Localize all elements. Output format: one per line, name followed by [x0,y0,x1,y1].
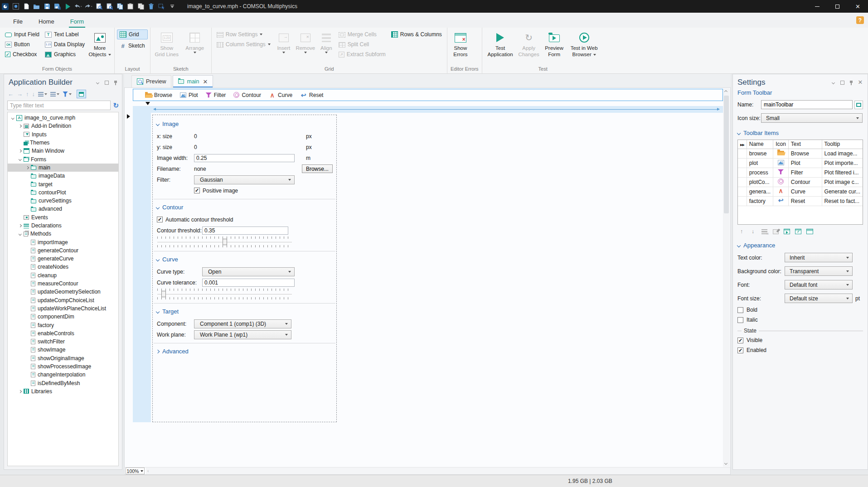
tree-item-cleanup[interactable]: cleanup [8,271,118,280]
ribbon-more-objects[interactable]: More Objects [87,29,112,58]
panel-collapse-icon[interactable] [95,80,100,85]
show-in-editor-toggle[interactable] [77,90,86,98]
ribbon-sketch-toggle[interactable]: Sketch [117,41,148,51]
section-image-header[interactable]: Image [153,119,336,130]
tree-expander-icon[interactable] [17,233,24,235]
menu-home[interactable]: Home [37,15,56,28]
form-toolbar-browse[interactable]: Browse [145,92,172,98]
contour-threshold-slider[interactable] [157,236,292,247]
panel-float-icon[interactable] [839,80,845,85]
tree-item-updateWorkPlaneChoiceList[interactable]: updateWorkPlaneChoiceList [8,304,118,313]
tree-item-updateGeometrySelection[interactable]: updateGeometrySelection [8,288,118,296]
background-color-dropdown[interactable]: Transparent [785,266,853,276]
grid-column-band[interactable] [133,106,723,113]
ribbon-data-display[interactable]: Data Display [42,39,87,49]
ribbon-test-in-web-browser[interactable]: Test in Web Browser [567,29,601,58]
enabled-checkbox[interactable] [737,347,743,353]
tree-item-Themes[interactable]: Themes [8,139,118,147]
delete-item-icon[interactable] [760,228,768,235]
tree-item-Add-in Definition[interactable]: Add-in Definition [8,122,118,130]
tree-expander-icon[interactable] [24,167,31,169]
close-button[interactable]: ✕ [848,0,868,13]
section-target-header[interactable]: Target [153,306,336,318]
filter-text-input[interactable] [7,101,111,110]
filter-icon[interactable] [62,90,73,98]
help-icon[interactable]: ? [856,16,864,24]
ribbon-rows-and-columns[interactable]: Rows & Columns [388,29,445,39]
copy-icon[interactable] [115,1,125,11]
tree-item-Methods[interactable]: Methods [8,230,118,238]
component-dropdown[interactable]: Component 1 (comp1) (3D) [194,319,291,328]
text-color-dropdown[interactable]: Inherit [785,253,853,262]
select-region-icon[interactable] [156,1,167,11]
tree-item-switchFilter[interactable]: switchFilter [8,338,118,346]
tree-expander-icon[interactable] [17,125,24,127]
vertical-scrollbar[interactable] [723,88,730,467]
form-canvas[interactable]: Browse Plot Filter Contour Curve Reset I… [124,88,731,467]
name-column-header[interactable]: Name [747,140,773,149]
scroll-down-icon[interactable] [724,462,727,465]
filter-dropdown[interactable]: Gaussian [194,175,295,184]
ribbon-preview-form[interactable]: Preview Form [542,29,567,58]
minimize-button[interactable] [807,0,827,13]
tree-item-Events[interactable]: Events [8,213,118,222]
tree-item-measureContour[interactable]: measureContour [8,280,118,288]
delete-icon[interactable] [146,1,156,11]
form-toolbar-curve[interactable]: Curve [269,92,292,98]
tree-item-updateCompChoiceList[interactable]: updateCompChoiceList [8,296,118,304]
icon-size-dropdown[interactable]: Small [761,113,863,123]
menu-form[interactable]: Form [69,15,85,28]
tree-item-componentDim[interactable]: componentDim [8,313,118,321]
scroll-left-icon[interactable]: ‹ [147,468,149,473]
move-up-icon[interactable]: ↑ [737,228,746,235]
tree-item-generateContour[interactable]: generateContour [8,246,118,255]
font-dropdown[interactable]: Default font [785,280,853,289]
grid-margin-column[interactable] [133,106,151,422]
expand-all-icon[interactable] [37,90,48,98]
form-toolbar-selection[interactable]: Browse Plot Filter Contour Curve Reset [133,89,723,101]
name-input[interactable] [761,100,853,109]
italic-checkbox[interactable] [737,317,743,323]
contour-threshold-input[interactable] [202,227,288,235]
add-toolbar-button-icon[interactable] [783,228,791,235]
horizontal-scrollbar[interactable]: ‹ [146,468,730,474]
form-toolbar-reset[interactable]: Reset [300,92,323,98]
panel-pin-icon[interactable] [113,80,118,85]
image-width-input[interactable] [194,154,295,162]
curve-tolerance-slider[interactable] [157,289,292,299]
appearance-header[interactable]: Appearance [737,242,863,249]
ribbon-grid-toggle[interactable]: Grid [117,29,148,39]
preview-selection-icon[interactable] [94,1,104,11]
icon-column-header[interactable]: Icon [773,140,789,149]
tree-item-showImage[interactable]: showImage [8,346,118,354]
column-marker-icon[interactable] [145,102,150,105]
tree-item-contourPlot[interactable]: contourPlot [8,188,118,197]
zoom-control[interactable]: 100% [126,468,145,474]
work-plane-dropdown[interactable]: Work Plane 1 (wp1) [194,330,291,339]
form-toolbar-plot[interactable]: Plot [180,92,198,98]
tree-expander-icon[interactable] [17,158,24,160]
preview-all-icon[interactable] [104,1,115,11]
redo-icon[interactable] [83,1,94,11]
move-up-icon[interactable]: ↑ [25,90,30,98]
close-tab-icon[interactable]: ✕ [203,78,208,85]
forward-arrow-icon[interactable]: → [16,90,24,98]
add-toggle-item-icon[interactable] [794,228,802,235]
curve-tolerance-slider-handle[interactable] [161,291,166,297]
ribbon-show-errors[interactable]: Show Errors [450,29,471,58]
refresh-icon[interactable]: ↻ [113,101,119,110]
scrollbar-thumb[interactable] [724,96,729,213]
tree-item-isDefinedByMesh[interactable]: isDefinedByMesh [8,379,118,387]
tree-item-image_to_curve.mph[interactable]: Aimage_to_curve.mph [8,114,118,122]
maximize-button[interactable] [827,0,848,13]
tree-item-showProcessedImage[interactable]: showProcessedImage [8,362,118,371]
ribbon-graphics[interactable]: Graphics [42,49,87,59]
browse-button[interactable]: Browse... [302,164,333,173]
toolbar-item-row-factory[interactable]: factoryResetReset to fact... [738,196,863,206]
ribbon-input-field[interactable]: Input Field [2,29,42,39]
tree-item-curveSettings[interactable]: curveSettings [8,197,118,205]
visible-checkbox[interactable] [737,338,743,343]
row-marker-icon[interactable] [127,114,130,119]
tree-item-target[interactable]: target [8,180,118,188]
scroll-up-icon[interactable] [724,90,727,93]
